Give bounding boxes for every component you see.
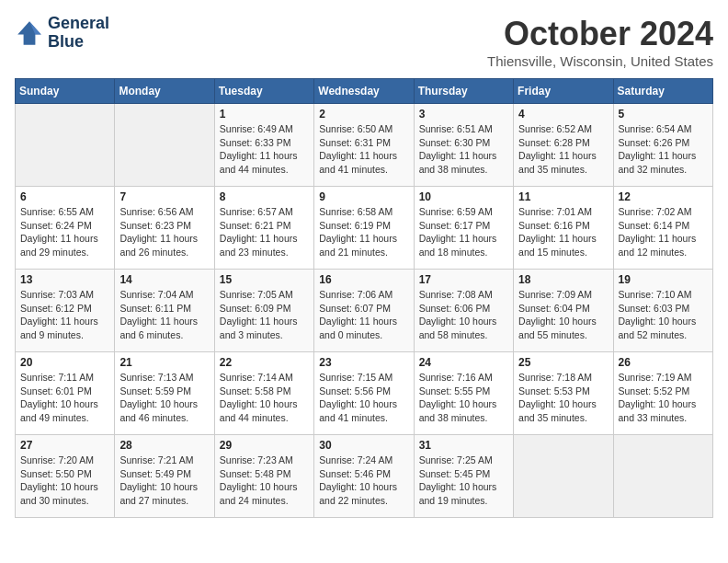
day-number: 4 [518, 108, 608, 121]
day-number: 13 [20, 273, 109, 286]
day-info: Sunrise: 6:56 AM Sunset: 6:23 PM Dayligh… [119, 205, 209, 259]
day-info: Sunrise: 7:20 AM Sunset: 5:50 PM Dayligh… [20, 454, 109, 508]
day-number: 5 [619, 108, 708, 121]
day-info: Sunrise: 6:57 AM Sunset: 6:21 PM Dayligh… [220, 205, 309, 259]
day-info: Sunrise: 7:16 AM Sunset: 5:55 PM Dayligh… [419, 371, 508, 425]
day-number: 28 [119, 439, 209, 452]
day-info: Sunrise: 6:55 AM Sunset: 6:24 PM Dayligh… [20, 205, 109, 259]
day-number: 12 [619, 190, 708, 203]
day-number: 14 [119, 273, 209, 286]
day-number: 1 [220, 108, 309, 121]
week-row-4: 27Sunrise: 7:20 AM Sunset: 5:50 PM Dayli… [16, 435, 713, 518]
day-number: 19 [619, 273, 708, 286]
header-thursday: Thursday [414, 79, 513, 104]
day-number: 23 [319, 356, 408, 369]
day-info: Sunrise: 7:11 AM Sunset: 6:01 PM Dayligh… [20, 371, 109, 425]
header-monday: Monday [115, 79, 214, 104]
day-cell: 18Sunrise: 7:09 AM Sunset: 6:04 PM Dayli… [514, 270, 613, 352]
day-cell: 16Sunrise: 7:06 AM Sunset: 6:07 PM Dayli… [314, 270, 414, 352]
day-info: Sunrise: 7:25 AM Sunset: 5:45 PM Dayligh… [419, 454, 508, 508]
day-cell: 2Sunrise: 6:50 AM Sunset: 6:31 PM Daylig… [314, 104, 414, 187]
day-info: Sunrise: 7:03 AM Sunset: 6:12 PM Dayligh… [20, 288, 109, 342]
day-number: 24 [419, 356, 508, 369]
day-number: 22 [220, 356, 309, 369]
day-number: 2 [319, 108, 408, 121]
month-title: October 2024 [487, 15, 713, 53]
day-cell: 14Sunrise: 7:04 AM Sunset: 6:11 PM Dayli… [115, 270, 214, 352]
day-info: Sunrise: 6:58 AM Sunset: 6:19 PM Dayligh… [319, 205, 408, 259]
day-number: 7 [119, 190, 209, 203]
day-cell [16, 104, 115, 187]
logo-line2: Blue [48, 33, 109, 52]
day-info: Sunrise: 6:49 AM Sunset: 6:33 PM Dayligh… [220, 122, 309, 177]
day-cell: 25Sunrise: 7:18 AM Sunset: 5:53 PM Dayli… [514, 352, 613, 435]
day-info: Sunrise: 7:21 AM Sunset: 5:49 PM Dayligh… [119, 454, 209, 508]
day-number: 20 [20, 356, 109, 369]
day-info: Sunrise: 7:13 AM Sunset: 5:59 PM Dayligh… [119, 371, 209, 425]
day-number: 6 [20, 190, 109, 203]
day-number: 9 [319, 190, 408, 203]
day-cell [514, 435, 613, 518]
day-number: 21 [119, 356, 209, 369]
day-cell: 28Sunrise: 7:21 AM Sunset: 5:49 PM Dayli… [115, 435, 214, 518]
day-info: Sunrise: 7:05 AM Sunset: 6:09 PM Dayligh… [220, 288, 309, 342]
page-header: General Blue October 2024 Thiensville, W… [15, 15, 713, 69]
day-info: Sunrise: 7:09 AM Sunset: 6:04 PM Dayligh… [518, 288, 608, 342]
day-number: 31 [419, 439, 508, 452]
day-cell: 17Sunrise: 7:08 AM Sunset: 6:06 PM Dayli… [414, 270, 513, 352]
day-cell: 15Sunrise: 7:05 AM Sunset: 6:09 PM Dayli… [214, 270, 313, 352]
day-info: Sunrise: 7:23 AM Sunset: 5:48 PM Dayligh… [220, 454, 309, 508]
day-number: 16 [319, 273, 408, 286]
header-saturday: Saturday [613, 79, 712, 104]
day-cell: 27Sunrise: 7:20 AM Sunset: 5:50 PM Dayli… [16, 435, 115, 518]
day-cell: 3Sunrise: 6:51 AM Sunset: 6:30 PM Daylig… [414, 104, 513, 187]
day-info: Sunrise: 7:18 AM Sunset: 5:53 PM Dayligh… [518, 371, 608, 425]
day-cell: 23Sunrise: 7:15 AM Sunset: 5:56 PM Dayli… [314, 352, 414, 435]
day-cell: 30Sunrise: 7:24 AM Sunset: 5:46 PM Dayli… [314, 435, 414, 518]
day-info: Sunrise: 7:06 AM Sunset: 6:07 PM Dayligh… [319, 288, 408, 342]
location: Thiensville, Wisconsin, United States [487, 53, 713, 69]
day-cell: 9Sunrise: 6:58 AM Sunset: 6:19 PM Daylig… [314, 187, 414, 270]
day-number: 8 [220, 190, 309, 203]
day-cell [115, 104, 214, 187]
calendar-body: 1Sunrise: 6:49 AM Sunset: 6:33 PM Daylig… [16, 104, 713, 518]
day-cell: 13Sunrise: 7:03 AM Sunset: 6:12 PM Dayli… [16, 270, 115, 352]
week-row-2: 13Sunrise: 7:03 AM Sunset: 6:12 PM Dayli… [16, 270, 713, 352]
header-friday: Friday [514, 79, 613, 104]
day-cell: 29Sunrise: 7:23 AM Sunset: 5:48 PM Dayli… [214, 435, 313, 518]
day-number: 3 [419, 108, 508, 121]
header-tuesday: Tuesday [214, 79, 313, 104]
day-number: 29 [220, 439, 309, 452]
header-wednesday: Wednesday [314, 79, 414, 104]
day-number: 15 [220, 273, 309, 286]
day-info: Sunrise: 6:54 AM Sunset: 6:26 PM Dayligh… [619, 122, 708, 177]
day-info: Sunrise: 7:10 AM Sunset: 6:03 PM Dayligh… [619, 288, 708, 342]
day-cell: 31Sunrise: 7:25 AM Sunset: 5:45 PM Dayli… [414, 435, 513, 518]
day-info: Sunrise: 7:24 AM Sunset: 5:46 PM Dayligh… [319, 454, 408, 508]
day-cell: 19Sunrise: 7:10 AM Sunset: 6:03 PM Dayli… [613, 270, 712, 352]
title-block: October 2024 Thiensville, Wisconsin, Uni… [487, 15, 713, 69]
day-info: Sunrise: 6:59 AM Sunset: 6:17 PM Dayligh… [419, 205, 508, 259]
day-number: 10 [419, 190, 508, 203]
header-row: SundayMondayTuesdayWednesdayThursdayFrid… [16, 79, 713, 104]
day-cell [613, 435, 712, 518]
day-info: Sunrise: 7:14 AM Sunset: 5:58 PM Dayligh… [220, 371, 309, 425]
logo: General Blue [15, 15, 109, 52]
week-row-0: 1Sunrise: 6:49 AM Sunset: 6:33 PM Daylig… [16, 104, 713, 187]
day-number: 26 [619, 356, 708, 369]
day-cell: 1Sunrise: 6:49 AM Sunset: 6:33 PM Daylig… [214, 104, 313, 187]
day-info: Sunrise: 6:50 AM Sunset: 6:31 PM Dayligh… [319, 122, 408, 177]
day-cell: 7Sunrise: 6:56 AM Sunset: 6:23 PM Daylig… [115, 187, 214, 270]
day-number: 17 [419, 273, 508, 286]
logo-icon [15, 18, 44, 48]
day-info: Sunrise: 7:15 AM Sunset: 5:56 PM Dayligh… [319, 371, 408, 425]
calendar-header: SundayMondayTuesdayWednesdayThursdayFrid… [16, 79, 713, 104]
week-row-3: 20Sunrise: 7:11 AM Sunset: 6:01 PM Dayli… [16, 352, 713, 435]
week-row-1: 6Sunrise: 6:55 AM Sunset: 6:24 PM Daylig… [16, 187, 713, 270]
header-sunday: Sunday [16, 79, 115, 104]
day-info: Sunrise: 7:08 AM Sunset: 6:06 PM Dayligh… [419, 288, 508, 342]
day-cell: 11Sunrise: 7:01 AM Sunset: 6:16 PM Dayli… [514, 187, 613, 270]
day-cell: 21Sunrise: 7:13 AM Sunset: 5:59 PM Dayli… [115, 352, 214, 435]
day-cell: 6Sunrise: 6:55 AM Sunset: 6:24 PM Daylig… [16, 187, 115, 270]
day-number: 27 [20, 439, 109, 452]
